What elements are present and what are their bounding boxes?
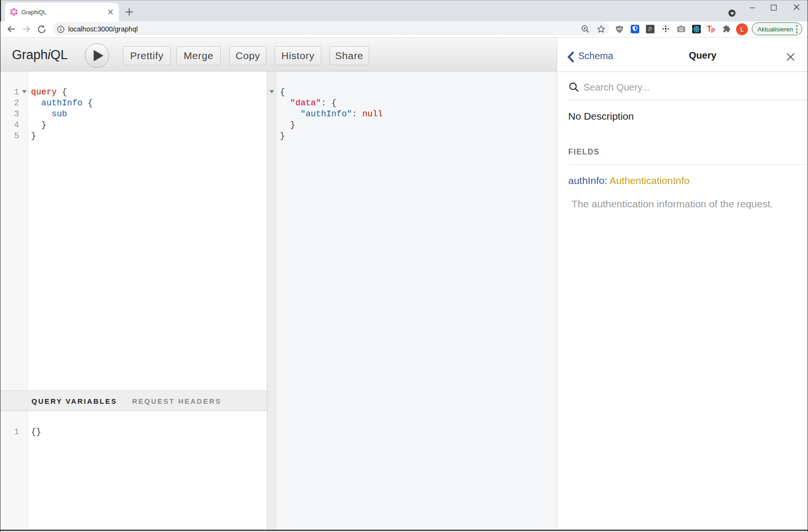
svg-text:P: P xyxy=(648,26,652,33)
svg-text:uO: uO xyxy=(617,27,622,31)
